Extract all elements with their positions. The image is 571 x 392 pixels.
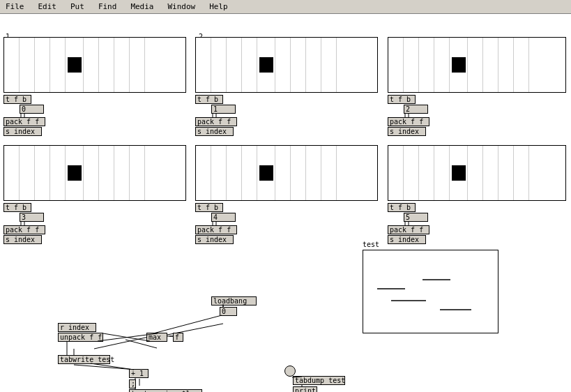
tfb-label-2: t f b: [388, 95, 416, 104]
semicolon-object: ;: [129, 379, 136, 389]
test-graph: [363, 250, 498, 333]
sindex-label-3: s index: [3, 235, 42, 244]
num-flag-5[interactable]: 5: [404, 213, 428, 222]
menu-find[interactable]: Find: [96, 1, 120, 12]
num-flag-4[interactable]: 4: [211, 213, 236, 222]
array-subpatch-0: [3, 37, 186, 93]
plus1-object[interactable]: + 1: [129, 369, 149, 378]
menu-edit[interactable]: Edit: [36, 1, 60, 12]
tabwrite-object[interactable]: tabwrite test: [58, 355, 110, 364]
print-object[interactable]: print: [293, 386, 317, 392]
rindex-object[interactable]: r index: [58, 323, 96, 332]
resize-message[interactable]: test resize $1: [129, 389, 202, 392]
loadbang-object[interactable]: loadbang: [211, 296, 257, 306]
svg-line-13: [160, 324, 223, 336]
tfb-label-5: t f b: [388, 203, 416, 212]
sindex-label-4: s index: [195, 235, 234, 244]
array-subpatch-3: [3, 145, 186, 201]
svg-line-26: [103, 333, 150, 341]
menu-help[interactable]: Help: [206, 1, 231, 12]
tfb-label-4: t f b: [195, 203, 223, 212]
max-object[interactable]: max: [146, 333, 167, 342]
pack-label-2: pack f f: [388, 117, 429, 126]
pack-label-1: pack f f: [195, 117, 237, 126]
num-flag-1[interactable]: 1: [211, 105, 236, 114]
num-0[interactable]: 0: [220, 307, 237, 316]
test-graph-label: test: [363, 241, 379, 248]
array-subpatch-1: [195, 37, 378, 93]
menu-window[interactable]: Window: [165, 1, 199, 12]
sindex-label-0: s index: [3, 127, 42, 136]
tfb-label-3: t f b: [3, 203, 31, 212]
array-subpatch-2: [388, 37, 566, 93]
f-object[interactable]: f: [173, 333, 183, 342]
svg-line-17: [74, 365, 136, 370]
num-flag-0[interactable]: 0: [20, 105, 44, 114]
sindex-label-5: s index: [388, 235, 426, 244]
menu-put[interactable]: Put: [68, 1, 87, 12]
unpack-object[interactable]: unpack f f: [58, 333, 103, 342]
svg-line-25: [153, 315, 222, 333]
bang-object[interactable]: [284, 365, 296, 377]
sindex-label-2: s index: [388, 127, 426, 136]
array-subpatch-4: [195, 145, 378, 201]
pack-label-3: pack f f: [3, 225, 45, 234]
pack-label-0: pack f f: [3, 117, 45, 126]
pack-label-5: pack f f: [388, 225, 429, 234]
menu-media[interactable]: Media: [128, 1, 156, 12]
tabdump-object[interactable]: tabdump test: [293, 376, 345, 385]
array-subpatch-5: [388, 145, 566, 201]
num-flag-2[interactable]: 2: [404, 105, 428, 114]
menu-file[interactable]: File: [3, 1, 27, 12]
svg-line-29: [91, 363, 134, 370]
pack-label-4: pack f f: [195, 225, 237, 234]
num-flag-3[interactable]: 3: [20, 213, 44, 222]
tfb-label-0: t f b: [3, 95, 31, 104]
tfb-label-1: t f b: [195, 95, 223, 104]
menubar: File Edit Put Find Media Window Help: [0, 0, 571, 14]
sindex-label-1: s index: [195, 127, 234, 136]
canvas: 1 2 t f b 0 pack f f s index: [0, 14, 571, 392]
